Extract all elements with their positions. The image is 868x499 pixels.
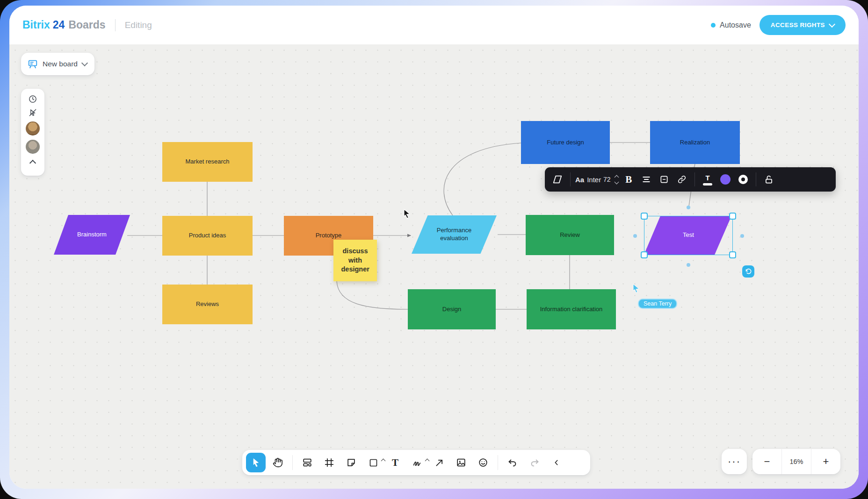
shape-square-icon bbox=[369, 458, 378, 468]
node-design[interactable]: Design bbox=[408, 289, 496, 329]
connector-dot-left[interactable] bbox=[633, 234, 637, 238]
node-realization[interactable]: Realization bbox=[650, 121, 740, 164]
select-tool[interactable] bbox=[246, 453, 266, 472]
zoom-out-button[interactable]: − bbox=[752, 449, 781, 474]
board-menu-label: New board bbox=[43, 60, 78, 68]
collaborator-avatar[interactable] bbox=[26, 140, 40, 154]
text-box-icon bbox=[659, 175, 669, 184]
connector-dot-bottom[interactable] bbox=[687, 263, 690, 267]
hand-tool[interactable] bbox=[268, 453, 288, 472]
node-review[interactable]: Review bbox=[526, 215, 614, 255]
history-icon[interactable] bbox=[28, 94, 37, 104]
rotate-ccw-icon bbox=[745, 268, 752, 275]
connector-lines bbox=[9, 44, 859, 489]
board-menu-button[interactable]: New board bbox=[21, 53, 94, 75]
shape-tool[interactable] bbox=[363, 453, 383, 472]
select-cursor-icon bbox=[252, 458, 260, 468]
app-window: Bitrix24 Boards Editing Autosave ACCESS … bbox=[9, 6, 859, 489]
node-label: Design bbox=[438, 306, 466, 314]
plus-icon: + bbox=[823, 456, 829, 468]
selection-handle-sw[interactable] bbox=[641, 251, 648, 258]
node-reviews[interactable]: Reviews bbox=[162, 285, 253, 324]
brand-logo: Bitrix24 Boards Editing bbox=[22, 19, 152, 31]
access-rights-button[interactable]: ACCESS RIGHTS bbox=[760, 15, 846, 35]
frame-tool[interactable] bbox=[319, 453, 339, 472]
align-button[interactable] bbox=[638, 171, 654, 188]
node-label: Product ideas bbox=[184, 232, 231, 240]
text-color-button[interactable]: T bbox=[700, 171, 716, 188]
node-label: Test bbox=[678, 231, 699, 239]
toolbar-divider bbox=[694, 172, 695, 186]
frame-icon bbox=[324, 457, 334, 468]
header: Bitrix24 Boards Editing Autosave ACCESS … bbox=[9, 6, 859, 44]
zoom-level-value: 16% bbox=[781, 449, 811, 474]
lock-open-icon bbox=[764, 175, 774, 185]
lock-button[interactable] bbox=[761, 171, 777, 188]
redo-icon bbox=[529, 457, 540, 468]
bold-button[interactable]: B bbox=[621, 171, 637, 188]
toolbar-divider bbox=[292, 455, 293, 470]
node-future-design[interactable]: Future design bbox=[521, 121, 610, 164]
node-information-clarification[interactable]: Information clarification bbox=[527, 289, 616, 329]
font-name-label: Inter bbox=[587, 176, 601, 184]
hand-icon bbox=[273, 457, 283, 468]
text-tool-icon: T bbox=[392, 457, 398, 469]
redo-button[interactable] bbox=[525, 453, 544, 472]
board-icon bbox=[28, 59, 38, 69]
chevron-left-icon bbox=[553, 458, 560, 467]
mouse-cursor-icon bbox=[403, 209, 411, 219]
emoji-tool[interactable] bbox=[473, 453, 493, 472]
shape-style-button[interactable] bbox=[550, 171, 565, 188]
node-test[interactable]: Test bbox=[644, 216, 733, 255]
draw-tool[interactable] bbox=[407, 453, 427, 472]
font-family-button[interactable]: Aa Inter bbox=[575, 171, 601, 188]
tools-toolbar: T bbox=[242, 450, 590, 475]
chevron-down-icon bbox=[81, 60, 88, 66]
node-brainstorm[interactable]: Brainstorm bbox=[54, 215, 130, 255]
font-sample-glyph: Aa bbox=[575, 176, 584, 184]
arrow-tool[interactable] bbox=[429, 453, 449, 472]
link-icon bbox=[677, 175, 687, 184]
toolbar-divider bbox=[498, 455, 498, 470]
collapse-panel-chevron-up-icon[interactable] bbox=[29, 160, 36, 166]
selection-handle-ne[interactable] bbox=[729, 213, 736, 220]
selection-handle-nw[interactable] bbox=[641, 213, 648, 220]
undo-button[interactable] bbox=[503, 453, 522, 472]
app-gradient-frame: Bitrix24 Boards Editing Autosave ACCESS … bbox=[0, 0, 868, 499]
board-canvas[interactable]: Brainstorm Market research Product ideas… bbox=[9, 44, 859, 489]
text-tool[interactable]: T bbox=[385, 453, 405, 472]
stepper-chevrons[interactable] bbox=[615, 176, 618, 184]
zoom-percent-label: 16% bbox=[789, 458, 803, 465]
collaborator-cursor: Sean Terry bbox=[632, 284, 677, 309]
font-size-stepper[interactable]: 72 bbox=[603, 171, 619, 188]
selection-handle-se[interactable] bbox=[729, 251, 736, 258]
node-label: Reviews bbox=[191, 300, 224, 308]
collapse-toolbar-button[interactable] bbox=[547, 453, 566, 472]
text-position-button[interactable] bbox=[656, 171, 672, 188]
node-performance-evaluation[interactable]: Performance evaluation bbox=[412, 215, 497, 254]
link-button[interactable] bbox=[674, 171, 690, 188]
sticky-note-tool[interactable] bbox=[341, 453, 361, 472]
connector-dot-right[interactable] bbox=[740, 234, 744, 238]
connector-dot-top[interactable] bbox=[687, 206, 690, 209]
node-market-research[interactable]: Market research bbox=[162, 142, 253, 182]
toolbar-divider bbox=[756, 172, 756, 186]
fill-color-button[interactable] bbox=[717, 171, 733, 188]
brand-boards: Boards bbox=[68, 19, 105, 31]
hide-cursors-icon[interactable] bbox=[28, 108, 37, 117]
node-label: Future design bbox=[542, 139, 589, 147]
node-sticky-note[interactable]: discuss with designer bbox=[333, 240, 377, 281]
node-label: Information clarification bbox=[535, 306, 608, 314]
node-label: Brainstorm bbox=[72, 231, 111, 239]
bold-glyph: B bbox=[625, 174, 632, 185]
image-tool[interactable] bbox=[451, 453, 471, 472]
more-options-button[interactable]: ··· bbox=[722, 449, 747, 474]
collaborator-avatar[interactable] bbox=[26, 121, 40, 135]
reset-rotation-button[interactable] bbox=[742, 265, 754, 278]
arrow-up-right-icon bbox=[434, 458, 444, 468]
autosave-label: Autosave bbox=[720, 21, 751, 29]
layout-tool[interactable] bbox=[297, 453, 317, 472]
stroke-color-button[interactable] bbox=[735, 171, 751, 188]
zoom-in-button[interactable]: + bbox=[811, 449, 840, 474]
node-product-ideas[interactable]: Product ideas bbox=[162, 216, 253, 256]
